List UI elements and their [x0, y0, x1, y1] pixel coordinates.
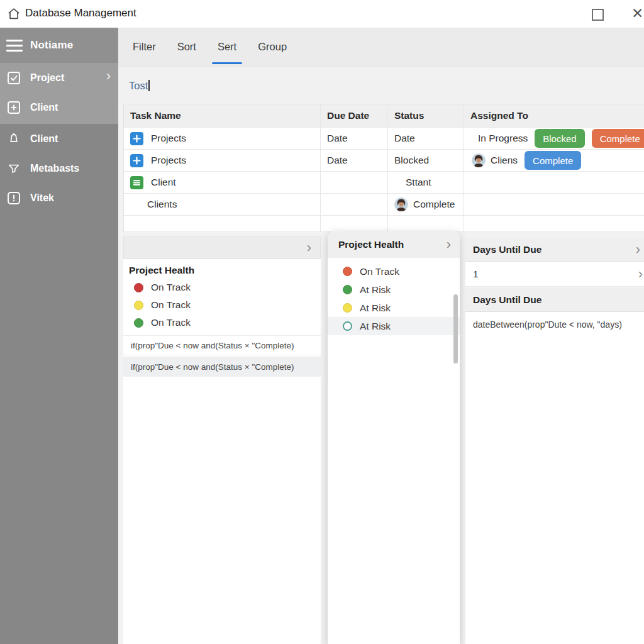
- dropdown-option-at-risk-open[interactable]: At Risk: [328, 317, 460, 335]
- days-until-due-header[interactable]: Days Until Due ›: [465, 238, 644, 262]
- tab-sert[interactable]: Sert: [218, 28, 236, 66]
- status-text: Complete: [413, 199, 455, 210]
- date-between-formula[interactable]: dateBetween(prop"Dute < now, "days): [465, 312, 644, 337]
- open-circle-icon: [343, 321, 352, 331]
- orange-dot-icon: [343, 267, 352, 276]
- plus-square-icon: [6, 100, 21, 115]
- col-task-name[interactable]: Task Name: [124, 104, 321, 127]
- yellow-dot-icon: [343, 303, 352, 313]
- tab-sort[interactable]: Sort: [177, 28, 196, 66]
- menu-icon[interactable]: [6, 40, 23, 52]
- list-tile-icon: [130, 176, 143, 189]
- plus-tile-icon: [130, 154, 143, 167]
- task-name: Clients: [147, 199, 177, 210]
- close-button[interactable]: ✕: [631, 5, 644, 22]
- sidebar-item-label: Project: [30, 72, 64, 84]
- sidebar-item-client-1[interactable]: Client: [0, 92, 118, 122]
- tab-filter[interactable]: Filter: [133, 28, 156, 66]
- panel-title: Days Until Due: [473, 294, 541, 306]
- bell-icon: [6, 131, 21, 147]
- text-cursor: [148, 80, 150, 91]
- tab-group[interactable]: Group: [258, 28, 287, 66]
- scrollbar-thumb[interactable]: [453, 294, 458, 364]
- status-badge[interactable]: Complete: [525, 151, 581, 170]
- status-cell[interactable]: Date: [388, 128, 464, 149]
- plus-tile-icon: [130, 132, 143, 145]
- formula-row-1[interactable]: if(prop"Due < now and(Status × "Complete…: [123, 335, 321, 355]
- sidebar-item-vitek[interactable]: Vitek: [0, 183, 118, 213]
- sidebar-item-client-2[interactable]: Client: [0, 124, 118, 153]
- task-name: Projects: [151, 133, 186, 144]
- status-cell[interactable]: Sttant: [388, 172, 464, 193]
- project-health-dropdown: Project Health › On Track At Risk At Ris…: [328, 231, 460, 644]
- task-name-cell[interactable]: Projects: [124, 128, 321, 149]
- chevron-right-icon[interactable]: ›: [106, 69, 111, 83]
- chevron-right-icon[interactable]: ›: [636, 243, 640, 257]
- home-icon[interactable]: [7, 7, 21, 21]
- option-on-track-yellow[interactable]: On Track: [123, 296, 321, 314]
- assigned-cell[interactable]: [464, 194, 644, 215]
- due-date-cell[interactable]: Date: [321, 128, 388, 149]
- table-row[interactable]: Projects Date Blocked Cliens Complete: [124, 150, 644, 172]
- status-cell[interactable]: Complete: [388, 194, 464, 215]
- toolbar-tabs: Filter Sort Sert Group: [118, 28, 644, 67]
- assigned-cell[interactable]: Cliens Complete: [464, 150, 644, 171]
- project-health-panel: Project Health On Track On Track On Trac…: [123, 259, 321, 644]
- sidebar-item-project[interactable]: Project ›: [0, 63, 118, 92]
- property-expander-row[interactable]: ›: [123, 236, 321, 259]
- due-date-cell[interactable]: [321, 194, 388, 215]
- dropdown-option-at-risk-yellow[interactable]: At Risk: [328, 299, 460, 317]
- avatar: [472, 153, 486, 167]
- sidebar: Notiame Project › Client: [0, 28, 118, 644]
- days-until-due-value-row[interactable]: 1 ›: [465, 262, 644, 287]
- option-label: At Risk: [360, 284, 391, 296]
- sidebar-item-label: Vitek: [30, 192, 54, 204]
- status-cell[interactable]: Blocked: [388, 150, 464, 171]
- days-until-due-header-2[interactable]: Days Until Due: [465, 288, 644, 312]
- sidebar-item-metabasts[interactable]: Metabasts: [0, 153, 118, 183]
- dropdown-option-on-track[interactable]: On Track: [328, 262, 460, 280]
- assigned-cell[interactable]: In Progress Blocked Complete: [464, 128, 644, 149]
- assigned-cell[interactable]: [464, 172, 644, 193]
- right-panel-fill: [465, 336, 644, 644]
- option-on-track-green[interactable]: On Track: [123, 314, 321, 331]
- col-due-date[interactable]: Due Date: [321, 104, 388, 127]
- value-text: 1: [473, 269, 479, 280]
- col-assigned-to[interactable]: Assigned To: [464, 104, 644, 127]
- table-row[interactable]: Clients Complete: [124, 194, 644, 216]
- option-label: On Track: [151, 282, 191, 293]
- task-name-cell[interactable]: Projects: [124, 150, 321, 171]
- chevron-right-icon[interactable]: ›: [638, 267, 643, 281]
- window-titlebar: Database Management ✕: [0, 0, 644, 28]
- status-badge[interactable]: Complete: [592, 129, 644, 148]
- maximize-button[interactable]: [592, 9, 604, 21]
- table-row-empty[interactable]: [124, 216, 644, 232]
- dropdown-options: On Track At Risk At Risk At Risk: [328, 258, 460, 335]
- option-label: On Track: [360, 266, 399, 277]
- chevron-right-icon[interactable]: ›: [307, 241, 311, 255]
- green-dot-icon: [134, 318, 143, 328]
- checkbox-icon: [6, 70, 21, 86]
- dropdown-header[interactable]: Project Health ›: [328, 231, 460, 258]
- view-title-band: Tost: [118, 67, 644, 104]
- option-label: At Risk: [360, 321, 391, 332]
- table-row[interactable]: Client Sttant: [124, 172, 644, 194]
- due-date-cell[interactable]: Date: [321, 150, 388, 171]
- workspace-name: Notiame: [30, 39, 73, 52]
- sidebar-item-label: Metabasts: [30, 163, 79, 174]
- formula-row-2[interactable]: if(prop"Due < now and(Status × "Complete…: [123, 357, 321, 377]
- green-dot-icon: [343, 285, 352, 294]
- task-name-cell[interactable]: Client: [124, 172, 321, 193]
- dropdown-title: Project Health: [338, 239, 404, 250]
- table-row[interactable]: Projects Date Date In Progress Blocked C…: [124, 128, 644, 150]
- option-on-track-red[interactable]: On Track: [123, 279, 321, 296]
- sidebar-item-label: Client: [30, 102, 58, 113]
- dropdown-option-at-risk-green[interactable]: At Risk: [328, 280, 460, 299]
- task-table: Task Name Due Date Status Assigned To Pr…: [123, 104, 644, 232]
- col-status[interactable]: Status: [388, 104, 464, 127]
- task-name-cell[interactable]: Clients: [124, 194, 321, 215]
- view-title-input[interactable]: Tost: [129, 80, 148, 92]
- due-date-cell[interactable]: [321, 172, 388, 193]
- chevron-right-icon[interactable]: ›: [447, 238, 451, 252]
- status-badge[interactable]: Blocked: [535, 129, 584, 148]
